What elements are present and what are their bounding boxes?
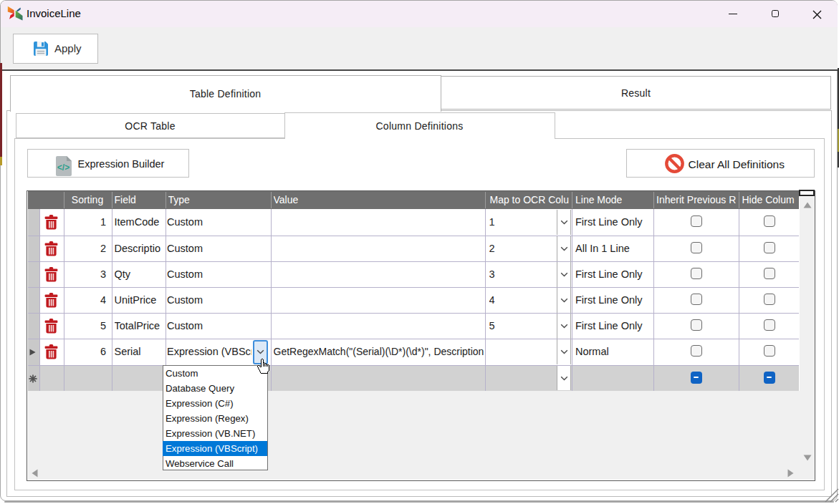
svg-text:</>: </> [57, 162, 69, 172]
